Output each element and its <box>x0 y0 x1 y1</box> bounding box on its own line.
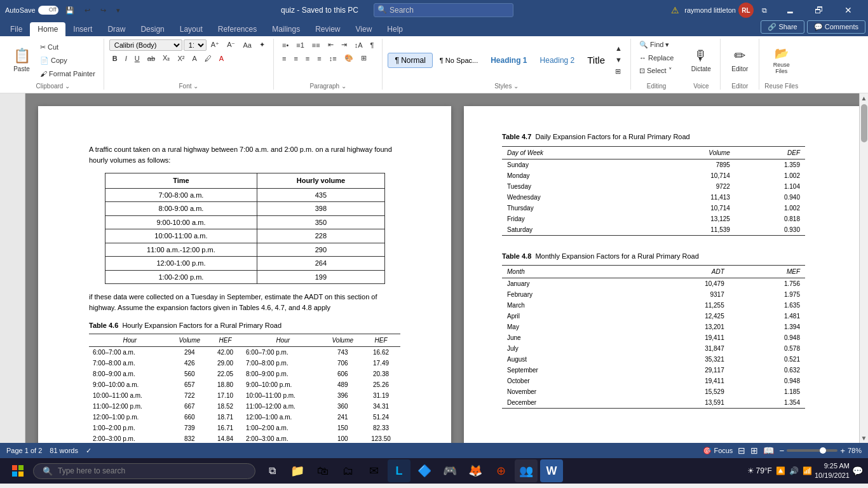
replace-button[interactable]: ↔ Replace <box>636 52 677 64</box>
taskbar-firefox[interactable]: 🦊 <box>464 459 487 482</box>
share-button[interactable]: 🔗 Share <box>761 20 804 34</box>
dictate-button[interactable]: 🎙 Dictate <box>687 43 715 78</box>
bullets-button[interactable]: ≡• <box>279 39 292 51</box>
taskbar-search-box[interactable]: 🔍 Type here to search <box>33 463 255 479</box>
vertical-scrollbar[interactable]: ▲ ▼ <box>859 93 868 443</box>
taskbar-teams[interactable]: 👥 <box>515 459 538 482</box>
font-name-select[interactable]: Calibri (Body) <box>109 39 182 51</box>
align-left-button[interactable]: ≡ <box>279 52 289 64</box>
borders-button[interactable]: ⊞ <box>358 52 370 64</box>
user-info[interactable]: raymond littleton RL <box>684 3 754 18</box>
sort-button[interactable]: ↕A <box>351 39 366 51</box>
styles-expand-button[interactable]: ⊞ <box>612 65 625 78</box>
styles-up-button[interactable]: ▲ <box>612 43 625 54</box>
taskbar-store[interactable]: 🛍 <box>311 459 334 482</box>
notification-icon[interactable]: 💬 <box>852 466 863 476</box>
style-normal[interactable]: ¶ Normal <box>388 53 432 68</box>
style-heading2[interactable]: Heading 2 <box>534 53 581 68</box>
find-button[interactable]: 🔍 Find ▾ <box>636 39 673 51</box>
tab-insert[interactable]: Insert <box>65 22 100 36</box>
zoom-slider[interactable] <box>787 449 837 452</box>
more-commands-button[interactable]: ▾ <box>113 4 123 17</box>
strikethrough-button[interactable]: ab <box>144 53 158 64</box>
document-scroll[interactable]: A traffic count taken on a rural highway… <box>25 93 859 443</box>
italic-button[interactable]: I <box>122 53 130 64</box>
taskbar-task-view[interactable]: ⧉ <box>261 459 283 482</box>
font-size-select[interactable]: 11 <box>184 39 207 51</box>
tab-mailings[interactable]: Mailings <box>264 22 308 36</box>
print-layout-button[interactable]: ⊟ <box>738 445 745 456</box>
comments-button[interactable]: 💬 Comments <box>807 20 865 34</box>
align-right-button[interactable]: ≡ <box>302 52 313 64</box>
style-heading1[interactable]: Heading 1 <box>485 53 532 68</box>
decrease-indent-button[interactable]: ⇤ <box>325 39 337 51</box>
shading-button[interactable]: 🎨 <box>341 52 356 64</box>
wifi-icon[interactable]: 📶 <box>803 466 812 475</box>
network-icon[interactable]: 🔼 <box>776 466 785 475</box>
taskbar-file-explorer[interactable]: 📁 <box>286 459 309 482</box>
minimize-button[interactable]: 🗕 <box>775 0 804 20</box>
tab-review[interactable]: Review <box>308 22 348 36</box>
taskbar-mail[interactable]: ✉ <box>362 459 385 482</box>
close-button[interactable]: ✕ <box>834 0 863 20</box>
taskbar-office[interactable]: ⊕ <box>489 459 512 482</box>
line-spacing-button[interactable]: ↕≡ <box>326 52 340 64</box>
tab-view[interactable]: View <box>348 22 380 36</box>
subscript-button[interactable]: X₂ <box>159 52 173 64</box>
taskbar-game[interactable]: 🎮 <box>438 459 461 482</box>
paste-button[interactable]: 📋 Paste <box>8 43 36 78</box>
tab-layout[interactable]: Layout <box>172 22 210 36</box>
font-color-button[interactable]: A <box>216 53 227 64</box>
font-grow-button[interactable]: A⁺ <box>208 39 222 51</box>
taskbar-folder[interactable]: 🗂 <box>337 459 360 482</box>
taskbar-l-app[interactable]: L <box>388 459 410 482</box>
justify-button[interactable]: ≡ <box>314 52 324 64</box>
numbering-button[interactable]: ≡1 <box>293 39 308 51</box>
save-button[interactable]: 💾 <box>62 4 78 17</box>
tab-design[interactable]: Design <box>133 22 172 36</box>
read-mode-button[interactable]: 📖 <box>763 445 774 456</box>
superscript-button[interactable]: X² <box>174 53 187 64</box>
increase-indent-button[interactable]: ⇥ <box>338 39 350 51</box>
select-button[interactable]: ⊡ Select ˅ <box>636 65 675 77</box>
style-title[interactable]: Title <box>581 51 611 69</box>
styles-down-button[interactable]: ▼ <box>612 54 625 65</box>
highlight-button[interactable]: 🖊 <box>201 53 215 64</box>
autosave-toggle-btn[interactable] <box>38 6 58 15</box>
tab-help[interactable]: Help <box>379 22 410 36</box>
taskbar-clock[interactable]: 9:25 AM 10/19/2021 <box>815 461 850 481</box>
tab-draw[interactable]: Draw <box>100 22 133 36</box>
proofing-icon[interactable]: ✓ <box>86 447 92 455</box>
editor-button[interactable]: ✏ Editor <box>726 43 754 78</box>
underline-button[interactable]: U <box>132 53 143 64</box>
tab-references[interactable]: References <box>210 22 264 36</box>
font-shrink-button[interactable]: A⁻ <box>224 39 238 51</box>
scroll-down-button[interactable]: ▼ <box>860 433 868 443</box>
multilevel-list-button[interactable]: ≡≡ <box>309 39 323 51</box>
focus-button[interactable]: 🎯 Focus <box>703 447 733 455</box>
tab-file[interactable]: File <box>3 22 30 36</box>
text-effects-button[interactable]: A <box>189 53 200 64</box>
scroll-thumb[interactable] <box>861 104 867 142</box>
scroll-up-button[interactable]: ▲ <box>860 93 868 103</box>
taskbar-word[interactable]: W <box>540 459 563 482</box>
show-marks-button[interactable]: ¶ <box>367 39 377 51</box>
format-painter-button[interactable]: 🖌 Format Painter <box>37 68 98 79</box>
redo-button[interactable]: ↪ <box>97 4 109 17</box>
web-layout-button[interactable]: ⊞ <box>750 445 758 456</box>
undo-button[interactable]: ↩ <box>81 4 93 17</box>
reuse-files-button[interactable]: 📂 Reuse Files <box>765 43 798 78</box>
tab-home[interactable]: Home <box>30 22 65 36</box>
autosave-toggle[interactable]: AutoSave <box>5 6 58 15</box>
clear-formatting-button[interactable]: ✦ <box>256 39 268 51</box>
bold-button[interactable]: B <box>109 53 121 64</box>
volume-icon[interactable]: 🔊 <box>789 466 799 475</box>
taskbar-azure[interactable]: 🔷 <box>413 459 436 482</box>
multi-window-button[interactable]: ⧉ <box>759 4 770 17</box>
align-center-button[interactable]: ≡ <box>290 52 301 64</box>
zoom-in-button[interactable]: + <box>840 446 845 456</box>
restore-button[interactable]: 🗗 <box>804 0 834 20</box>
start-button[interactable] <box>5 461 31 481</box>
search-input[interactable] <box>374 3 513 17</box>
cut-button[interactable]: ✂ Cut <box>37 41 98 53</box>
